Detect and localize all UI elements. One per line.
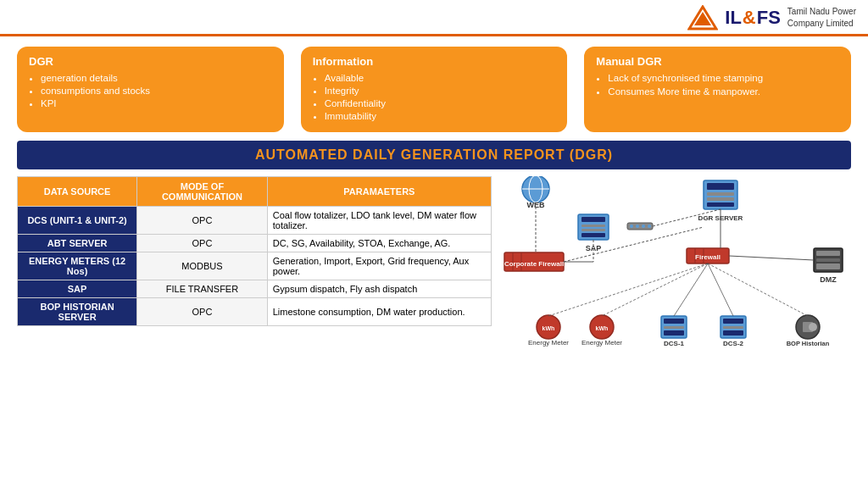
energy-meter2-label: Energy Meter [581,339,622,347]
svg-line-52 [548,263,708,316]
card-info-title: Information [313,55,556,68]
list-item: Immutability [325,111,556,121]
cell-mode: MODBUS [137,252,268,280]
table-row: DCS (UNIT-1 & UNIT-2) OPC Coal flow tota… [18,207,492,235]
svg-rect-43 [664,326,684,329]
svg-point-25 [642,225,645,228]
table-row: ABT SERVER OPC DC, SG, Availability, STO… [18,235,492,252]
bop-historian-label: BOP Historian [787,340,830,347]
cell-source: DCS (UNIT-1 & UNIT-2) [18,207,137,235]
col-header-params: PARAMAETERS [267,177,491,207]
card-information: Information Available Integrity Confiden… [301,47,568,132]
dmz-label: DMZ [820,275,837,284]
svg-rect-7 [581,225,605,227]
svg-line-55 [708,263,733,316]
svg-text:kWh: kWh [542,325,555,331]
logo-triangle-icon [687,5,718,30]
diagram-svg: WEB SAP Corporate Firewall DGR SERVER [500,176,856,371]
data-table-container: DATA SOURCE MODE OF COMMUNICATION PARAMA… [17,176,492,374]
list-item: Integrity [325,86,556,96]
cell-params: DC, SG, Availability, STOA, Exchange, AG… [267,235,491,252]
logo-ampersand: & [743,7,756,29]
list-item: generation details [41,73,272,83]
company-name: Tamil Nadu Power Company Limited [787,6,856,30]
cell-mode: OPC [137,298,268,326]
cell-params: Coal flow totalizer, LDO tank level, DM … [267,207,491,235]
corporate-firewall-label: Corporate Firewall [504,260,564,268]
cell-params: Gypsum dispatch, Fly ash dispatch [267,280,491,298]
list-item: Confidentiality [325,98,556,108]
svg-text:kWh: kWh [596,325,609,331]
svg-point-26 [648,225,651,228]
card-dgr-list: generation details consumptions and stoc… [29,73,272,108]
card-manual-title: Manual DGR [596,55,839,68]
logo-fs: FS [757,7,781,29]
svg-rect-20 [707,202,734,207]
col-header-source: DATA SOURCE [18,177,137,207]
svg-rect-18 [707,192,734,196]
list-item: KPI [41,98,272,108]
top-cards: DGR generation details consumptions and … [0,36,868,141]
card-info-list: Available Integrity Confidentiality Immu… [313,73,556,121]
svg-point-24 [636,225,639,228]
svg-line-54 [674,263,708,316]
data-table: DATA SOURCE MODE OF COMMUNICATION PARAMA… [17,176,492,326]
card-manual-dgr: Manual DGR Lack of synchronised time sta… [584,47,851,132]
card-manual-list: Lack of synchronised time stamping Consu… [596,73,839,97]
svg-rect-17 [707,183,734,190]
svg-rect-47 [723,326,743,329]
svg-point-23 [630,225,633,228]
col-header-mode: MODE OF COMMUNICATION [137,177,268,207]
svg-rect-19 [707,197,734,201]
svg-line-56 [708,263,808,316]
header: IL & FS Tamil Nadu Power Company Limited [0,0,868,36]
svg-rect-48 [723,330,743,336]
dcs2-label: DCS-2 [723,340,744,347]
svg-rect-9 [581,233,605,237]
svg-rect-42 [664,319,684,324]
cell-params: Generation, Import, Export, Grid frequen… [267,252,491,280]
cell-mode: OPC [137,207,268,235]
cell-source: BOP HISTORIAN SERVER [18,298,137,326]
cell-mode: FILE TRANSFER [137,280,268,298]
energy-meter1-label: Energy Meter [528,339,569,347]
cell-params: Limestone consumption, DM water producti… [267,298,491,326]
svg-rect-46 [723,319,743,324]
svg-rect-8 [581,229,605,231]
main-banner: AUTOMATED DAILY GENERATION REPORT (DGR) [17,141,851,169]
svg-line-36 [729,256,814,260]
cell-source: ENERGY METERS (12 Nos) [18,252,137,280]
cell-mode: OPC [137,235,268,252]
firewall-label: Firewall [695,253,721,261]
network-diagram: WEB SAP Corporate Firewall DGR SERVER [500,176,856,374]
table-row: BOP HISTORIAN SERVER OPC Limestone consu… [18,298,492,326]
svg-line-53 [602,263,708,316]
dcs1-label: DCS-1 [664,340,685,347]
main-content: DATA SOURCE MODE OF COMMUNICATION PARAMA… [0,176,868,374]
svg-rect-34 [816,258,840,262]
list-item: consumptions and stocks [41,86,272,96]
table-row: ENERGY METERS (12 Nos) MODBUS Generation… [18,252,492,280]
svg-rect-35 [816,263,840,269]
logo-il: IL [725,7,742,29]
cell-source: ABT SERVER [18,235,137,252]
list-item: Consumes More time & manpower. [608,86,839,97]
svg-point-51 [809,323,817,331]
card-dgr-title: DGR [29,55,272,68]
cell-source: SAP [18,280,137,298]
svg-rect-33 [816,251,840,256]
svg-rect-6 [581,217,605,222]
list-item: Lack of synchronised time stamping [608,73,839,83]
logo-area: IL & FS Tamil Nadu Power Company Limited [687,5,856,30]
list-item: Available [325,73,556,83]
card-dgr: DGR generation details consumptions and … [17,47,284,132]
table-row: SAP FILE TRANSFER Gypsum dispatch, Fly a… [18,280,492,298]
svg-rect-44 [664,330,684,336]
